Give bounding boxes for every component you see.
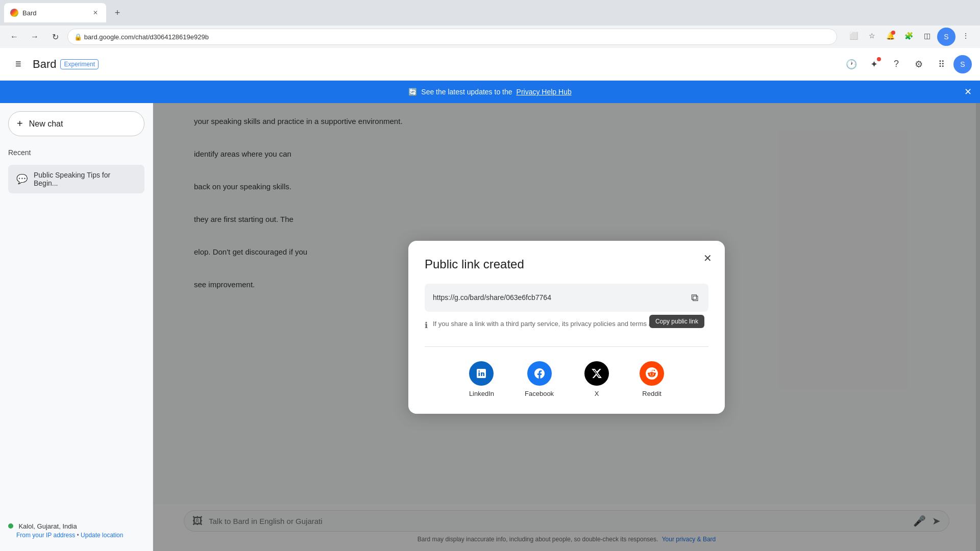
modal-title: Public link created xyxy=(425,257,708,271)
browser-actions: ⬜ ☆ 🔔 🧩 ◫ S ⋮ xyxy=(845,28,974,46)
help-button[interactable]: ? xyxy=(886,54,906,74)
share-reddit[interactable]: Reddit xyxy=(640,361,664,397)
experiment-badge: Experiment xyxy=(60,59,99,69)
sidebar: + New chat Recent 💬 Public Speaking Tips… xyxy=(0,103,153,551)
sparkle-notification xyxy=(877,57,881,61)
new-chat-button[interactable]: + New chat xyxy=(8,111,144,136)
linkedin-icon xyxy=(469,361,494,386)
browser-tab[interactable]: Bard ✕ xyxy=(4,3,106,22)
chat-icon: 💬 xyxy=(16,173,28,185)
location-dot xyxy=(8,523,13,529)
new-tab-button[interactable]: + xyxy=(110,6,125,20)
copy-tooltip: Copy public link xyxy=(649,315,704,328)
modal-divider xyxy=(425,346,708,347)
browser-menu-icon[interactable]: ⋮ xyxy=(958,28,974,44)
privacy-hub-link[interactable]: Privacy Help Hub xyxy=(517,88,572,96)
share-buttons: LinkedIn Facebook xyxy=(425,361,708,397)
info-icon: ℹ xyxy=(425,320,428,330)
banner-close-button[interactable]: ✕ xyxy=(964,86,972,97)
copy-icon: ⧉ xyxy=(691,292,698,303)
modal-close-button[interactable]: ✕ xyxy=(698,249,717,267)
history-button[interactable]: 🕐 xyxy=(841,54,862,74)
x-label: X xyxy=(595,390,599,397)
extensions-icon[interactable]: 🧩 xyxy=(900,28,917,44)
reddit-label: Reddit xyxy=(642,390,662,397)
banner-text: See the latest updates to the xyxy=(421,88,512,96)
app-container: ☰ Bard Experiment 🕐 ✦ ? ⚙ ⠿ S 🔄 See the … xyxy=(0,48,980,551)
address-bar[interactable]: 🔒 bard.google.com/chat/d3064128619e929b xyxy=(67,29,837,45)
menu-toggle-button[interactable]: ☰ xyxy=(8,54,29,74)
x-icon xyxy=(584,361,609,386)
recent-label: Recent xyxy=(8,148,144,157)
tab-favicon xyxy=(10,9,18,17)
tab-close-button[interactable]: ✕ xyxy=(91,8,100,17)
tab-title: Bard xyxy=(22,9,36,17)
notification-dot xyxy=(891,31,895,35)
content-area: your speaking skills and practice in a s… xyxy=(153,103,980,551)
url-text: bard.google.com/chat/d3064128619e929b xyxy=(84,33,209,41)
modal-overlay[interactable]: ✕ Public link created https://g.co/bard/… xyxy=(153,103,980,551)
url-row: https://g.co/bard/share/063e6fcb7764 ⧉ C… xyxy=(425,284,708,312)
browser-profile-avatar[interactable]: S xyxy=(937,28,955,46)
from-ip-link[interactable]: From your IP address xyxy=(16,532,75,539)
facebook-label: Facebook xyxy=(525,390,554,397)
main-layout: + New chat Recent 💬 Public Speaking Tips… xyxy=(0,103,980,551)
brand-name: Bard xyxy=(33,58,56,71)
banner-icon: 🔄 xyxy=(408,88,417,96)
reddit-icon xyxy=(640,361,664,386)
sidebar-item-public-speaking[interactable]: 💬 Public Speaking Tips for Begin... xyxy=(8,165,144,193)
location-name: Kalol, Gujarat, India xyxy=(18,522,77,530)
share-x[interactable]: X xyxy=(584,361,609,397)
share-modal: ✕ Public link created https://g.co/bard/… xyxy=(408,241,725,414)
settings-button[interactable]: ⚙ xyxy=(909,54,929,74)
sparkle-button[interactable]: ✦ xyxy=(864,54,884,74)
hamburger-icon: ☰ xyxy=(15,60,21,68)
browser-sidebar-icon[interactable]: ◫ xyxy=(919,28,935,44)
extension-notification-icon[interactable]: 🔔 xyxy=(882,28,898,44)
browser-nav: ← → ↻ 🔒 bard.google.com/chat/d3064128619… xyxy=(0,26,980,48)
chat-item-label: Public Speaking Tips for Begin... xyxy=(34,171,136,187)
share-url: https://g.co/bard/share/063e6fcb7764 xyxy=(433,293,683,302)
privacy-note-text: If you share a link with a third party s… xyxy=(433,320,665,328)
screenshare-icon[interactable]: ⬜ xyxy=(845,28,862,44)
user-avatar[interactable]: S xyxy=(953,55,972,73)
share-linkedin[interactable]: LinkedIn xyxy=(469,361,494,397)
location-section: Kalol, Gujarat, India From your IP addre… xyxy=(8,517,144,543)
back-button[interactable]: ← xyxy=(6,29,22,45)
top-bar: ☰ Bard Experiment 🕐 ✦ ? ⚙ ⠿ S xyxy=(0,48,980,81)
plus-icon: + xyxy=(17,118,23,130)
forward-button[interactable]: → xyxy=(27,29,43,45)
top-bar-actions: 🕐 ✦ ? ⚙ ⠿ S xyxy=(841,54,972,74)
facebook-icon xyxy=(527,361,552,386)
copy-url-button[interactable]: ⧉ Copy public link xyxy=(689,290,700,306)
browser-chrome: Bard ✕ + xyxy=(0,0,980,26)
linkedin-label: LinkedIn xyxy=(469,390,494,397)
update-location-link[interactable]: Update location xyxy=(81,532,123,539)
privacy-banner: 🔄 See the latest updates to the Privacy … xyxy=(0,81,980,103)
bookmark-icon[interactable]: ☆ xyxy=(864,28,880,44)
apps-button[interactable]: ⠿ xyxy=(931,54,951,74)
reload-button[interactable]: ↻ xyxy=(47,29,63,45)
new-chat-label: New chat xyxy=(29,119,63,129)
share-facebook[interactable]: Facebook xyxy=(525,361,554,397)
